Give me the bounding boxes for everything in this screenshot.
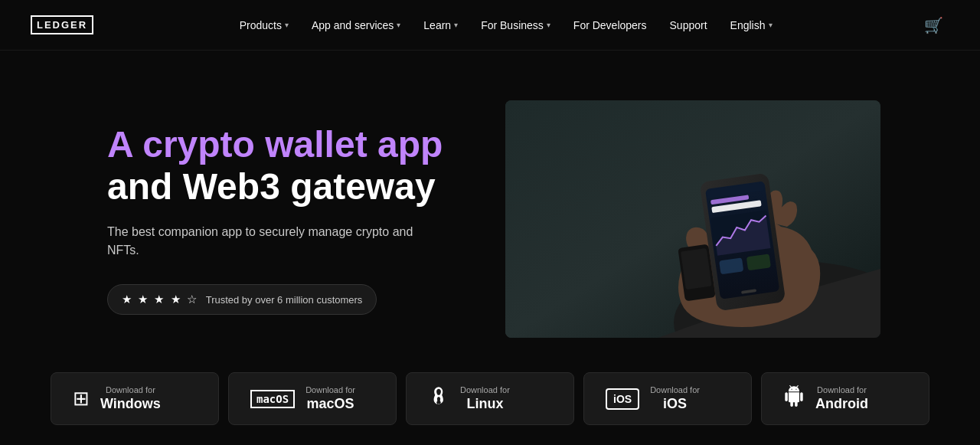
download-ios-button[interactable]: iOS Download for iOS <box>583 372 752 425</box>
hero-title-highlight: A crypto wallet app <box>107 124 443 165</box>
chevron-down-icon: ▾ <box>769 21 773 29</box>
ios-dl-label: Download for <box>650 385 700 394</box>
android-icon <box>783 385 805 412</box>
windows-platform: Windows <box>100 396 161 412</box>
macos-dl-text: Download for macOS <box>305 385 355 412</box>
linux-platform: Linux <box>460 396 510 412</box>
nav-item-developers[interactable]: For Developers <box>564 13 656 38</box>
macos-icon: macOS <box>250 390 295 408</box>
android-platform: Android <box>815 396 868 412</box>
macos-platform: macOS <box>305 396 355 412</box>
nav-item-support[interactable]: Support <box>661 13 717 38</box>
chevron-down-icon: ▾ <box>285 21 289 29</box>
nav-item-products[interactable]: Products ▾ <box>230 13 298 38</box>
ios-icon: iOS <box>606 388 639 410</box>
linux-dl-text: Download for Linux <box>460 385 510 412</box>
nav-item-language[interactable]: English ▾ <box>721 13 782 38</box>
linux-dl-label: Download for <box>460 385 510 394</box>
hero-section: A crypto wallet app and Web3 gateway The… <box>0 51 980 372</box>
hero-title: A crypto wallet app and Web3 gateway <box>107 123 505 208</box>
cart-icon[interactable]: 🛒 <box>918 10 949 41</box>
stars: ★ ★ ★ ★ ☆ <box>122 293 198 306</box>
nav-item-app-services[interactable]: App and services ▾ <box>302 13 410 38</box>
windows-dl-label: Download for <box>100 385 161 394</box>
download-linux-button[interactable]: Download for Linux <box>406 372 574 425</box>
download-macos-button[interactable]: macOS Download for macOS <box>228 372 397 425</box>
chevron-down-icon: ▾ <box>454 21 458 29</box>
download-bar: ⊞ Download for Windows macOS Download fo… <box>0 372 980 445</box>
rating-badge: ★ ★ ★ ★ ☆ Trusted by over 6 million cust… <box>107 284 377 315</box>
nav-right: 🛒 <box>918 10 949 41</box>
windows-icon: ⊞ <box>73 387 90 411</box>
chevron-down-icon: ▾ <box>547 21 550 29</box>
android-dl-text: Download for Android <box>815 385 868 412</box>
windows-dl-text: Download for Windows <box>100 385 161 412</box>
download-windows-button[interactable]: ⊞ Download for Windows <box>51 372 219 425</box>
hero-illustration <box>505 100 880 338</box>
navbar: LEDGER Products ▾ App and services ▾ Lea… <box>0 0 980 51</box>
logo-text: LEDGER <box>31 15 93 34</box>
rating-text: Trusted by over 6 million customers <box>206 294 363 306</box>
macos-dl-label: Download for <box>305 385 355 394</box>
hero-subtitle: The best companion app to securely manag… <box>107 223 444 260</box>
ios-dl-text: Download for iOS <box>650 385 700 412</box>
linux-icon <box>428 385 449 412</box>
hero-title-rest: and Web3 gateway <box>107 166 436 207</box>
nav-item-business[interactable]: For Business ▾ <box>472 13 560 38</box>
nav-links: Products ▾ App and services ▾ Learn ▾ Fo… <box>230 13 782 38</box>
android-dl-label: Download for <box>815 385 868 394</box>
logo[interactable]: LEDGER <box>31 15 93 34</box>
svg-rect-13 <box>681 248 712 290</box>
chevron-down-icon: ▾ <box>397 21 400 29</box>
hero-image <box>505 100 880 338</box>
hero-content: A crypto wallet app and Web3 gateway The… <box>107 123 505 315</box>
download-android-button[interactable]: Download for Android <box>761 372 929 425</box>
ios-platform: iOS <box>650 396 700 412</box>
nav-item-learn[interactable]: Learn ▾ <box>414 13 467 38</box>
